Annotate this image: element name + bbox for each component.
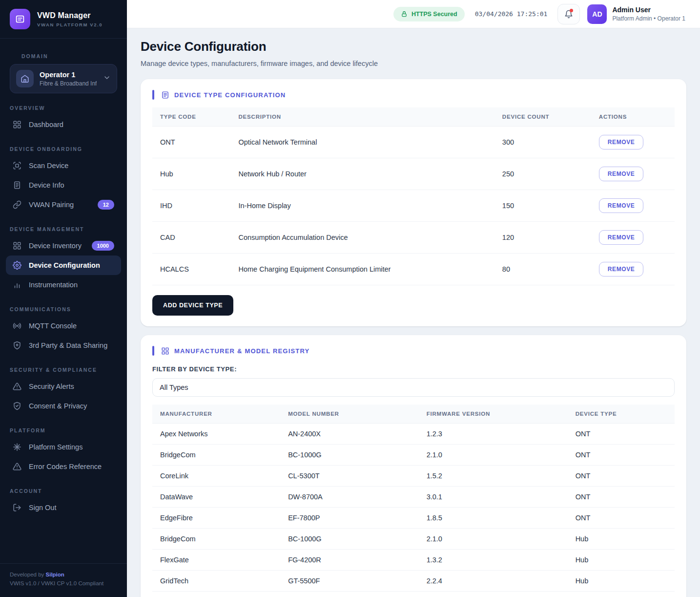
nav-section-label: ACCOUNT <box>0 488 127 494</box>
table-row: CoreLinkCL-5300T1.5.2ONT <box>152 466 675 487</box>
sidebar-item-3rd-party-data-sharing[interactable]: 3rd Party & Data Sharing <box>6 336 121 355</box>
page-title: Device Configuration <box>141 39 686 54</box>
gear-icon <box>13 261 21 270</box>
nav-section-communications: COMMUNICATIONSMQTT Console3rd Party & Da… <box>0 306 127 355</box>
sidebar-item-dashboard[interactable]: Dashboard <box>6 115 121 134</box>
sidebar-item-label: Device Info <box>29 181 64 189</box>
firmware-version-cell: 2.1.0 <box>419 529 568 550</box>
accent-bar <box>152 346 154 356</box>
sidebar-item-sign-out[interactable]: Sign Out <box>6 498 121 517</box>
description-cell: Optical Network Terminal <box>231 127 494 158</box>
sidebar-footer: Developed by Silpion VWIS v1.0 / VWKI CP… <box>0 563 127 597</box>
remove-button[interactable]: REMOVE <box>599 167 644 181</box>
sidebar-item-instrumentation[interactable]: Instrumentation <box>6 275 121 295</box>
sidebar-item-label: Security Alerts <box>29 383 74 390</box>
sidebar-item-device-info[interactable]: Device Info <box>6 175 121 195</box>
firmware-version-cell: 2.1.0 <box>419 445 568 466</box>
table-row: BridgeComBC-1000G2.1.0Hub <box>152 529 675 550</box>
user-role: Platform Admin • Operator 1 <box>612 15 685 22</box>
sidebar-item-mqtt-console[interactable]: MQTT Console <box>6 316 121 336</box>
nav-section-security-compliance: SECURITY & COMPLIANCESecurity AlertsCons… <box>0 367 127 416</box>
model-number-cell: FG-4200R <box>280 550 419 571</box>
manufacturer-cell: BridgeCom <box>152 445 280 466</box>
grid-icon <box>13 241 21 250</box>
page-subtitle: Manage device types, manufacturers, firm… <box>141 60 686 67</box>
https-secured-badge: HTTPS Secured <box>393 7 465 21</box>
sidebar-item-security-alerts[interactable]: Security Alerts <box>6 377 121 396</box>
device-type-cell: Hub <box>568 592 675 597</box>
sidebar-item-vwan-pairing[interactable]: VWAN Pairing12 <box>6 195 121 214</box>
remove-button[interactable]: REMOVE <box>599 230 644 245</box>
model-number-cell: EF-7800P <box>280 508 419 529</box>
broadcast-icon <box>13 321 21 330</box>
nav-section-device-management: DEVICE MANAGEMENTDevice Inventory1000Dev… <box>0 226 127 295</box>
count-badge: 1000 <box>92 241 114 251</box>
manufacturer-cell: BridgeCom <box>152 529 280 550</box>
datetime-display: 03/04/2026 17:25:01 <box>475 10 548 18</box>
sidebar-item-error-codes-reference[interactable]: Error Codes Reference <box>6 457 121 476</box>
device-type-filter-select[interactable]: All Types <box>152 378 675 397</box>
manufacturer-cell: GridTech <box>152 571 280 592</box>
main-area: HTTPS Secured 03/04/2026 17:25:01 AD Adm… <box>127 0 700 597</box>
nav-section-label: DEVICE ONBOARDING <box>0 146 127 152</box>
model-number-cell: DW-8700A <box>280 487 419 508</box>
column-header: ACTIONS <box>591 107 675 127</box>
domain-section-label: DOMAIN <box>21 53 127 59</box>
avatar: AD <box>587 4 607 24</box>
model-number-cell: CL-5300T <box>280 466 419 487</box>
type-code-cell: IHD <box>152 190 231 222</box>
nav-section-device-onboarding: DEVICE ONBOARDINGScan DeviceDevice InfoV… <box>0 146 127 214</box>
remove-button[interactable]: REMOVE <box>599 135 644 149</box>
domain-selector[interactable]: Operator 1 Fibre & Broadband Inf <box>10 64 117 93</box>
model-number-cell: BC-1000G <box>280 445 419 466</box>
sidebar: VWD Manager VWAN PLATFORM V2.0 DOMAIN Op… <box>0 0 127 597</box>
sidebar-item-device-inventory[interactable]: Device Inventory1000 <box>6 236 121 256</box>
sidebar-item-label: Device Inventory <box>29 242 82 250</box>
table-row: HCALCSHome Charging Equipment Consumptio… <box>152 254 675 285</box>
table-row: HubNetwork Hub / Router250REMOVE <box>152 158 675 190</box>
sidebar-item-platform-settings[interactable]: Platform Settings <box>6 437 121 457</box>
developed-by-text: Developed by <box>10 572 44 577</box>
link-icon <box>13 200 21 209</box>
nav-section-label: COMMUNICATIONS <box>0 306 127 312</box>
type-code-cell: ONT <box>152 127 231 158</box>
description-cell: Consumption Accumulation Device <box>231 222 494 254</box>
add-device-type-button[interactable]: ADD DEVICE TYPE <box>152 295 233 316</box>
remove-button[interactable]: REMOVE <box>599 262 644 277</box>
developer-link[interactable]: Silpion <box>46 572 64 577</box>
device-count-cell: 80 <box>494 254 591 285</box>
description-cell: In-Home Display <box>231 190 494 222</box>
compliance-text: VWIS v1.0 / VWKI CP v1.0 Compliant <box>10 579 117 588</box>
device-type-cell: ONT <box>568 487 675 508</box>
table-row: CADConsumption Accumulation Device120REM… <box>152 222 675 254</box>
sidebar-item-label: Instrumentation <box>29 281 78 289</box>
device-type-cell: ONT <box>568 424 675 445</box>
sidebar-item-device-configuration[interactable]: Device Configuration <box>6 256 121 275</box>
manufacturer-model-registry-card: MANUFACTURER & MODEL REGISTRY FILTER BY … <box>141 335 686 597</box>
app-logo-icon <box>10 9 30 29</box>
nav-section-overview: OVERVIEWDashboard <box>0 105 127 134</box>
app-window: VWD Manager VWAN PLATFORM V2.0 DOMAIN Op… <box>0 0 700 597</box>
manufacturer-cell: CoreLink <box>152 466 280 487</box>
grid-icon <box>161 347 169 355</box>
asterisk-icon <box>13 443 21 451</box>
filter-label: FILTER BY DEVICE TYPE: <box>152 365 675 373</box>
manufacturer-cell: HorizonNet <box>152 592 280 597</box>
nav-section-label: PLATFORM <box>0 427 127 433</box>
device-type-cell: ONT <box>568 466 675 487</box>
sidebar-item-consent-privacy[interactable]: Consent & Privacy <box>6 396 121 416</box>
device-type-table: TYPE CODEDESCRIPTIONDEVICE COUNTACTIONS … <box>152 107 675 285</box>
table-row: FlexGateFG-4200R1.3.2Hub <box>152 550 675 571</box>
sidebar-item-scan-device[interactable]: Scan Device <box>6 156 121 175</box>
sidebar-nav: OVERVIEWDashboardDEVICE ONBOARDINGScan D… <box>0 93 127 563</box>
sign-out-icon <box>13 503 21 512</box>
sidebar-item-label: Platform Settings <box>29 443 82 451</box>
card-title: DEVICE TYPE CONFIGURATION <box>174 91 286 99</box>
app-subtitle: VWAN PLATFORM V2.0 <box>37 22 103 27</box>
user-menu[interactable]: AD Admin User Platform Admin • Operator … <box>587 4 685 24</box>
notifications-button[interactable] <box>557 4 580 24</box>
column-header: MODEL NUMBER <box>280 405 419 424</box>
top-header: HTTPS Secured 03/04/2026 17:25:01 AD Adm… <box>127 0 700 28</box>
shield-check-icon <box>13 402 21 410</box>
remove-button[interactable]: REMOVE <box>599 198 644 213</box>
